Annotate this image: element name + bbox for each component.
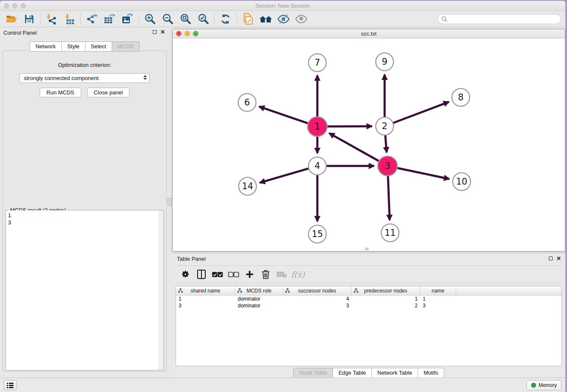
- graph-node-label-4: 4: [314, 161, 320, 171]
- tab-style[interactable]: Style: [61, 41, 85, 52]
- deselect-all-icon[interactable]: [227, 268, 240, 281]
- table-cell[interactable]: 1: [420, 295, 456, 302]
- graph-node-label-6: 6: [244, 97, 250, 108]
- close-table-panel-icon[interactable]: ✕: [556, 256, 561, 261]
- app-titlebar: Session: New Session: [0, 1, 565, 11]
- zoom-out-icon[interactable]: [159, 12, 176, 26]
- open-file-icon[interactable]: [3, 12, 20, 26]
- tab-network-table[interactable]: Network Table: [372, 368, 418, 378]
- graph-edge-1-2[interactable]: [328, 126, 372, 127]
- table-cell[interactable]: 3: [420, 302, 456, 309]
- close-panel-button[interactable]: Close panel: [87, 88, 130, 97]
- import-network-icon[interactable]: [43, 12, 61, 26]
- toolbar-separator: [214, 13, 215, 25]
- graph-node-label-9: 9: [382, 57, 387, 67]
- export-image-icon[interactable]: [118, 12, 136, 26]
- table-cell[interactable]: 3: [283, 302, 352, 309]
- table-cell[interactable]: 1: [176, 295, 235, 302]
- export-network-icon[interactable]: [83, 12, 101, 26]
- graph-edge-1-6[interactable]: [259, 107, 308, 123]
- graph-node-label-11: 11: [385, 228, 396, 238]
- network-window: ✕ − ＋ scc.txt 7968124314101511: [172, 29, 565, 251]
- node-table: shared nameMCDS rolesuccessor nodesprede…: [176, 286, 562, 366]
- close-panel-icon[interactable]: ✕: [160, 30, 165, 34]
- tab-node-table: Node Table: [293, 368, 333, 378]
- graph-node-label-15: 15: [312, 229, 323, 239]
- mcds-result-text[interactable]: 1 3: [6, 210, 159, 370]
- zoom-selected-icon[interactable]: [194, 12, 212, 26]
- float-panel-icon[interactable]: [153, 30, 157, 34]
- panel-divider-grip[interactable]: [168, 198, 171, 206]
- mcds-tab-content: Optimization criterion: strongly connect…: [3, 50, 167, 372]
- graph-edge-2-8[interactable]: [394, 102, 449, 123]
- task-history-button[interactable]: [4, 380, 17, 390]
- tab-motifs[interactable]: Motifs: [418, 368, 444, 378]
- column-header-successor-nodes[interactable]: successor nodes: [283, 286, 352, 295]
- tab-mcds: MCDS: [112, 41, 140, 52]
- add-row-icon[interactable]: [243, 268, 256, 281]
- show-all-icon[interactable]: [292, 12, 310, 26]
- select-all-icon[interactable]: [211, 268, 224, 281]
- table-cell[interactable]: 2: [352, 302, 420, 309]
- float-table-panel-icon[interactable]: [549, 257, 553, 260]
- network-canvas[interactable]: 7968124314101511: [173, 39, 565, 251]
- criterion-value: strongly connected component: [24, 75, 99, 81]
- table-row[interactable]: 1dominator411: [176, 295, 561, 302]
- table-row[interactable]: 3dominator323: [176, 302, 561, 309]
- column-header-predecessor-nodes[interactable]: predecessor nodes: [352, 286, 420, 295]
- tab-select[interactable]: Select: [85, 41, 112, 52]
- memory-label: Memory: [539, 382, 557, 388]
- search-input[interactable]: [448, 15, 561, 23]
- status-bar: Memory: [0, 378, 565, 392]
- column-header-name[interactable]: name: [420, 286, 456, 295]
- refresh-view-icon[interactable]: [217, 12, 234, 26]
- table-cell[interactable]: 1: [352, 295, 420, 302]
- table-cell[interactable]: 4: [283, 295, 352, 302]
- table-cell[interactable]: dominator: [235, 302, 283, 309]
- table-options-icon[interactable]: [179, 268, 192, 281]
- toolbar-separator: [237, 13, 237, 25]
- show-column-icon[interactable]: [195, 268, 208, 281]
- export-table-icon[interactable]: [101, 12, 118, 26]
- column-header-MCDS-role[interactable]: MCDS role: [235, 286, 283, 295]
- zoom-fit-icon[interactable]: [176, 12, 194, 26]
- function-builder-icon: f(x): [292, 268, 304, 281]
- table-cell[interactable]: 3: [176, 302, 235, 309]
- save-session-icon[interactable]: [20, 12, 38, 26]
- graph-edge-4-14[interactable]: [260, 168, 308, 182]
- control-panel-title: Control Panel: [3, 30, 37, 36]
- toolbar-separator: [80, 13, 81, 25]
- memory-button[interactable]: Memory: [526, 380, 561, 390]
- result-scrollbar[interactable]: [159, 210, 163, 370]
- network-resize-grip[interactable]: [365, 248, 369, 250]
- mcds-result-box: MCDS result (2 nodes) 1 3: [6, 210, 164, 370]
- graph-node-label-2: 2: [382, 121, 387, 131]
- run-mcds-button[interactable]: Run MCDS: [40, 88, 81, 97]
- main-area: Control Panel ✕ NetworkStyleSelectMCDS O…: [0, 27, 565, 378]
- column-header-shared-name[interactable]: shared name: [176, 286, 235, 295]
- node-table-header: shared nameMCDS rolesuccessor nodesprede…: [176, 286, 561, 295]
- list-icon: [7, 382, 14, 388]
- graph-edge-3-11[interactable]: [388, 176, 390, 220]
- main-toolbar: [0, 11, 565, 27]
- first-neighbors-icon[interactable]: [257, 12, 275, 26]
- graph-edge-3-1[interactable]: [329, 133, 379, 161]
- network-window-titlebar[interactable]: ✕ − ＋ scc.txt: [173, 29, 565, 39]
- select-stepper-icon: [143, 75, 147, 80]
- clone-network-icon[interactable]: [239, 12, 257, 26]
- search-box: [438, 14, 561, 24]
- criterion-select[interactable]: strongly connected component: [19, 73, 150, 83]
- graph-edge-3-10[interactable]: [397, 168, 449, 179]
- delete-row-icon[interactable]: [259, 268, 272, 281]
- node-table-body: 1dominator4113dominator323: [176, 295, 561, 309]
- hide-selected-icon[interactable]: [275, 12, 292, 26]
- import-table-icon[interactable]: [61, 12, 78, 26]
- table-panel: Table Panel ✕: [172, 253, 565, 378]
- control-panel: Control Panel ✕ NetworkStyleSelectMCDS O…: [0, 27, 169, 378]
- graph-node-label-14: 14: [242, 181, 253, 191]
- graph-edge-2-3[interactable]: [385, 135, 387, 152]
- tab-network[interactable]: Network: [30, 41, 62, 52]
- zoom-in-icon[interactable]: [141, 12, 159, 26]
- tab-edge-table[interactable]: Edge Table: [333, 368, 372, 378]
- table-cell[interactable]: dominator: [235, 295, 283, 302]
